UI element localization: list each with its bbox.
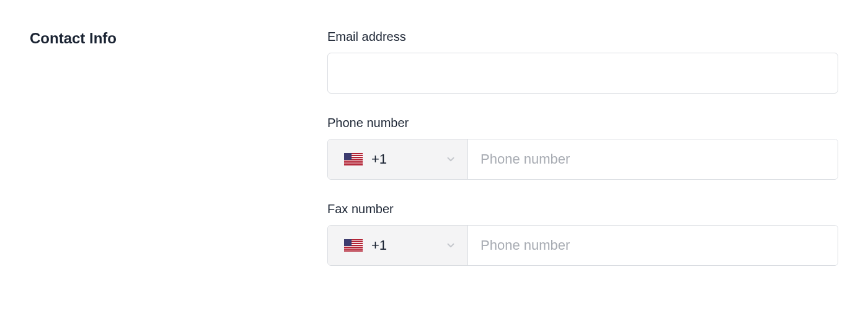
fax-number-input[interactable] xyxy=(468,226,838,265)
email-label: Email address xyxy=(327,30,838,44)
section-fields-column: Email address Phone number +1 Fax number xyxy=(327,30,838,266)
section-label-column: Contact Info xyxy=(30,30,303,266)
fax-country-code: +1 xyxy=(371,237,436,253)
chevron-down-icon xyxy=(445,240,456,251)
phone-number-input[interactable] xyxy=(468,139,838,179)
phone-field-group: Phone number +1 xyxy=(327,116,838,180)
section-title: Contact Info xyxy=(30,30,303,47)
fax-input-group: +1 xyxy=(327,225,838,266)
us-flag-icon xyxy=(344,239,363,252)
phone-label: Phone number xyxy=(327,116,838,130)
email-input[interactable] xyxy=(327,53,838,94)
phone-country-code: +1 xyxy=(371,151,436,167)
us-flag-icon xyxy=(344,153,363,165)
phone-input-group: +1 xyxy=(327,139,838,180)
email-field-group: Email address xyxy=(327,30,838,94)
chevron-down-icon xyxy=(445,154,456,165)
phone-country-selector[interactable]: +1 xyxy=(328,139,468,179)
fax-country-selector[interactable]: +1 xyxy=(328,226,468,265)
fax-field-group: Fax number +1 xyxy=(327,202,838,266)
contact-info-section: Contact Info Email address Phone number … xyxy=(30,30,838,266)
fax-label: Fax number xyxy=(327,202,838,216)
